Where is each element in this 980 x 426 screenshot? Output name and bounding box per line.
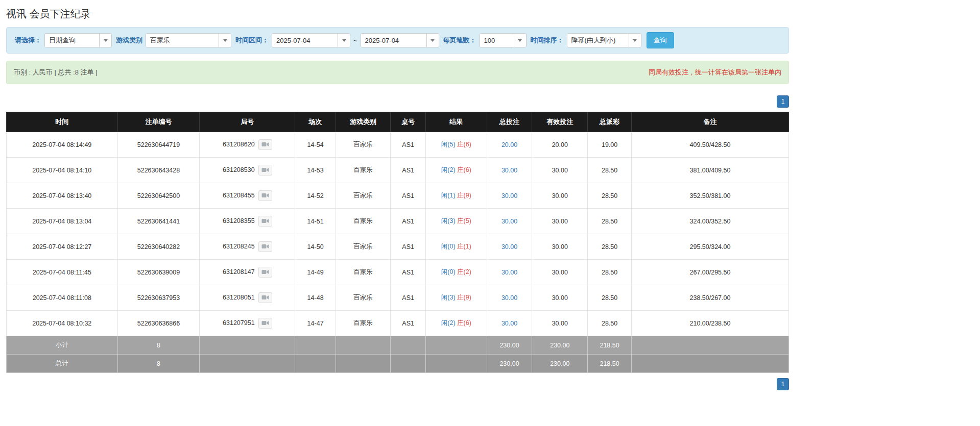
page-size-label: 每页笔数： <box>443 36 476 45</box>
summary-currency-text: 币别 : 人民币 | 总共 :8 注单 | <box>14 68 98 77</box>
cell-result: 闲(0) 庄(1) <box>426 234 487 260</box>
round-id-text: 631208620 <box>223 141 255 148</box>
cell-remark: 352.50/381.00 <box>631 183 788 209</box>
total-bet-link[interactable]: 20.00 <box>501 141 517 148</box>
column-header: 场次 <box>295 112 336 132</box>
chevron-down-icon <box>223 39 227 42</box>
result-player: 闲(3) <box>441 217 456 224</box>
table-header-row: 时间注单编号局号场次游戏类别桌号结果总投注有效投注总派彩备注 <box>7 112 789 132</box>
video-camera-icon <box>261 141 269 147</box>
cell-remark: 295.50/324.00 <box>631 234 788 260</box>
round-id-text: 631208530 <box>223 166 255 173</box>
video-replay-button[interactable] <box>258 190 272 201</box>
video-replay-button[interactable] <box>258 139 272 150</box>
total-bet-link[interactable]: 30.00 <box>501 192 517 199</box>
cell-payout: 28.50 <box>588 209 632 234</box>
cell-round-id: 631208620 <box>200 132 295 158</box>
date-from-combo <box>272 33 350 47</box>
cell-table-no: AS1 <box>391 234 426 260</box>
result-banker: 庄(5) <box>457 217 471 224</box>
round-id-text: 631208455 <box>223 192 255 199</box>
search-button[interactable]: 查询 <box>647 32 674 48</box>
cell-round-id: 631208355 <box>200 209 295 234</box>
game-type-dropdown-button[interactable] <box>219 34 231 47</box>
result-player: 闲(2) <box>441 166 456 173</box>
grand-total-row: 总计 8 230.00 230.00 218.50 <box>7 355 789 373</box>
filter-bar: 请选择： 游戏类别 时间区间： ~ 每页笔数： 时间排序： <box>6 27 789 54</box>
time-range-label: 时间区间： <box>235 36 269 45</box>
cell-total-bet: 30.00 <box>487 183 532 209</box>
table-footer: 小计 8 230.00 230.00 218.50 总计 8 230.00 23… <box>7 336 789 373</box>
summary-note-text: 同局有效投注，统一计算在该局第一张注单内 <box>649 68 781 77</box>
chevron-down-icon <box>633 39 637 42</box>
total-bet-link[interactable]: 30.00 <box>501 218 517 225</box>
total-bet-link[interactable]: 30.00 <box>501 320 517 327</box>
date-to-input[interactable] <box>361 34 426 47</box>
cell-session: 14-47 <box>295 311 336 336</box>
summary-label: 总计 <box>7 355 118 373</box>
column-header: 结果 <box>426 112 487 132</box>
cell-time: 2025-07-04 08:10:32 <box>7 311 118 336</box>
result-player: 闲(1) <box>441 192 456 199</box>
sort-order-dropdown-button[interactable] <box>629 34 641 47</box>
result-player: 闲(0) <box>441 268 456 275</box>
cell-round-id: 631208051 <box>200 285 295 311</box>
video-replay-button[interactable] <box>258 267 272 278</box>
date-from-input[interactable] <box>272 34 338 47</box>
cell-total-bet: 30.00 <box>487 260 532 285</box>
video-camera-icon <box>261 294 269 300</box>
total-bet-link[interactable]: 30.00 <box>501 269 517 276</box>
page-1-button[interactable]: 1 <box>777 378 789 390</box>
result-player: 闲(0) <box>441 243 456 250</box>
game-type-input[interactable] <box>146 34 219 47</box>
cell-valid-bet: 30.00 <box>532 158 588 183</box>
result-banker: 庄(2) <box>457 268 471 275</box>
subtotal-row: 小计 8 230.00 230.00 218.50 <box>7 336 789 355</box>
cell-time: 2025-07-04 08:11:45 <box>7 260 118 285</box>
cell-session: 14-51 <box>295 209 336 234</box>
video-camera-icon <box>261 192 269 198</box>
page-size-input[interactable] <box>480 34 514 47</box>
cell-total-bet: 30.00 <box>487 158 532 183</box>
query-type-dropdown-button[interactable] <box>99 34 111 47</box>
date-to-dropdown-button[interactable] <box>426 34 439 47</box>
video-replay-button[interactable] <box>258 318 272 329</box>
video-replay-button[interactable] <box>258 241 272 252</box>
table-row: 2025-07-04 08:14:49 522630644719 6312086… <box>7 132 789 158</box>
page-1-button[interactable]: 1 <box>777 95 789 108</box>
column-header: 总投注 <box>487 112 532 132</box>
cell-round-id: 631208455 <box>200 183 295 209</box>
total-bet-link[interactable]: 30.00 <box>501 167 517 174</box>
video-camera-icon <box>261 167 269 173</box>
cell-result: 闲(2) 庄(6) <box>426 158 487 183</box>
cell-game-type: 百家乐 <box>336 209 390 234</box>
cell-payout: 28.50 <box>588 158 632 183</box>
total-bet-link[interactable]: 30.00 <box>501 294 517 302</box>
game-type-label: 游戏类别 <box>116 36 142 45</box>
cell-time: 2025-07-04 08:12:27 <box>7 234 118 260</box>
column-header: 备注 <box>631 112 788 132</box>
cell-round-id: 631208245 <box>200 234 295 260</box>
video-replay-button[interactable] <box>258 216 272 227</box>
cell-time: 2025-07-04 08:14:49 <box>7 132 118 158</box>
total-bet-link[interactable]: 30.00 <box>501 243 517 250</box>
query-type-input[interactable] <box>45 34 99 47</box>
date-from-dropdown-button[interactable] <box>338 34 350 47</box>
cell-session: 14-50 <box>295 234 336 260</box>
video-replay-button[interactable] <box>258 292 272 303</box>
cell-remark: 238.50/267.00 <box>631 285 788 311</box>
pagination-top: 1 <box>6 95 789 108</box>
video-camera-icon <box>261 243 269 249</box>
chevron-down-icon <box>104 39 108 42</box>
cell-time: 2025-07-04 08:14:10 <box>7 158 118 183</box>
round-id-text: 631208355 <box>223 217 255 224</box>
page-size-dropdown-button[interactable] <box>514 34 526 47</box>
cell-result: 闲(3) 庄(9) <box>426 285 487 311</box>
video-replay-button[interactable] <box>258 165 272 176</box>
page-size-combo <box>480 33 527 47</box>
result-player: 闲(2) <box>441 319 456 327</box>
video-camera-icon <box>261 320 269 326</box>
sort-order-label: 时间排序： <box>531 36 564 45</box>
result-banker: 庄(6) <box>457 141 471 148</box>
sort-order-input[interactable] <box>567 34 629 47</box>
